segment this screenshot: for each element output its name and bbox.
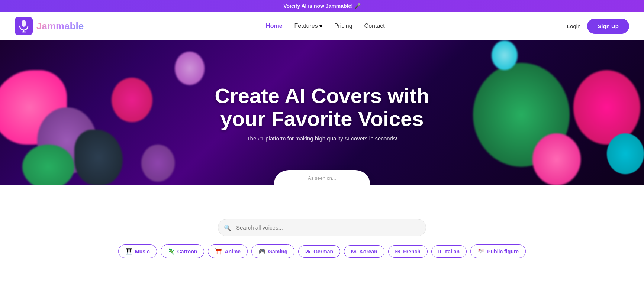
chevron-down-icon: ▾ [319, 23, 322, 30]
nav-item-features[interactable]: Features ▾ [294, 23, 322, 30]
tag-label-korean: Korean [360, 249, 377, 254]
cartoon-icon: 🦎 [168, 248, 175, 255]
tag-label-public-figure: Public figure [487, 249, 519, 254]
hero-title: Create AI Covers with your Favorite Voic… [192, 84, 452, 130]
filter-tag-gaming[interactable]: 🎮 Gaming [251, 244, 294, 258]
hero-subtitle: The #1 platform for making high quality … [247, 135, 397, 142]
tag-label-anime: Anime [225, 249, 241, 254]
hero-content: Create AI Covers with your Favorite Voic… [0, 40, 644, 185]
youtube-icon[interactable] [290, 185, 306, 185]
korean-badge: KR [351, 249, 356, 253]
top-banner: Voicify AI is now Jammable! 🎤 [0, 0, 644, 12]
nav-actions: Login Sign Up [567, 19, 629, 34]
nav-links: Home Features ▾ Pricing Contact [266, 23, 385, 30]
filter-tag-music[interactable]: 🎹 Music [118, 244, 157, 258]
instagram-icon[interactable] [338, 185, 354, 185]
search-icon: 🔍 [224, 224, 231, 231]
as-seen-on-card: As seen on... [274, 170, 370, 185]
nav-item-pricing[interactable]: Pricing [334, 23, 352, 29]
french-badge: FR [395, 249, 400, 253]
german-badge: DE [305, 249, 310, 253]
filter-tag-cartoon[interactable]: 🦎 Cartoon [161, 244, 205, 258]
logo-icon [15, 17, 33, 35]
nav-link-contact[interactable]: Contact [364, 23, 385, 29]
tiktok-icon[interactable] [314, 185, 330, 185]
nav-link-home[interactable]: Home [266, 23, 282, 29]
filter-tags: 🎹 Music 🦎 Cartoon ⛩️ Anime 🎮 Gaming DE G… [118, 244, 526, 258]
gaming-icon: 🎮 [258, 248, 266, 255]
nav-link-features[interactable]: Features [294, 23, 318, 29]
nav-item-home[interactable]: Home [266, 23, 282, 29]
tag-label-gaming: Gaming [268, 249, 287, 254]
filter-tag-french[interactable]: FR French [388, 245, 428, 258]
hero-section: Create AI Covers with your Favorite Voic… [0, 40, 644, 185]
as-seen-label: As seen on... [308, 175, 336, 181]
login-button[interactable]: Login [567, 23, 581, 29]
filter-tag-public-figure[interactable]: 🎌 Public figure [470, 244, 526, 258]
logo-link[interactable]: Jammable [15, 17, 84, 35]
filter-tag-italian[interactable]: IT Italian [431, 245, 467, 258]
public-figure-icon: 🎌 [477, 248, 485, 255]
music-icon: 🎹 [125, 248, 133, 255]
social-icons [290, 185, 354, 185]
tag-label-music: Music [135, 249, 150, 254]
tag-label-german: German [313, 249, 333, 254]
svg-rect-1 [22, 20, 26, 27]
filter-tag-anime[interactable]: ⛩️ Anime [208, 244, 248, 258]
filter-tag-german[interactable]: DE German [298, 245, 340, 258]
below-hero-section: 🔍 🎹 Music 🦎 Cartoon ⛩️ Anime 🎮 Gaming DE… [0, 219, 644, 258]
tag-label-french: French [403, 249, 421, 254]
tag-label-cartoon: Cartoon [177, 249, 197, 254]
italian-badge: IT [438, 249, 442, 253]
logo-text: Jammable [36, 20, 84, 32]
search-container: 🔍 [218, 219, 426, 236]
search-input[interactable] [218, 219, 426, 236]
navbar: Jammable Home Features ▾ Pricing Contact… [0, 12, 644, 40]
filter-tag-korean[interactable]: KR Korean [344, 245, 384, 258]
nav-item-contact[interactable]: Contact [364, 23, 385, 29]
signup-button[interactable]: Sign Up [587, 19, 629, 34]
tag-label-italian: Italian [445, 249, 460, 254]
nav-link-pricing[interactable]: Pricing [334, 23, 352, 29]
anime-icon: ⛩️ [215, 248, 222, 255]
banner-text: Voicify AI is now Jammable! 🎤 [283, 3, 361, 9]
